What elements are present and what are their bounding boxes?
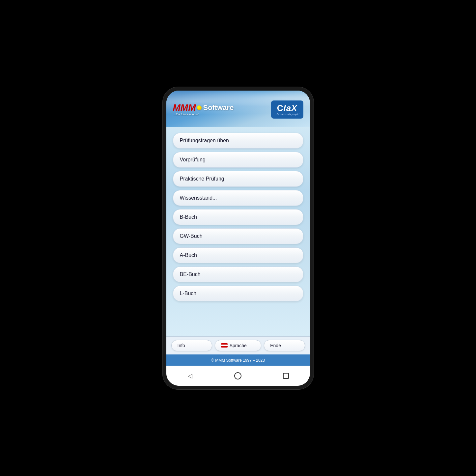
mmm-logo-main: MMM Software — [173, 103, 234, 112]
back-icon: ◁ — [188, 372, 192, 379]
app-footer: Info Sprache Ende — [166, 336, 310, 354]
clax-brand-text: ClaX — [277, 104, 297, 112]
mmm-tagline: ...the future is now! — [174, 113, 199, 116]
recents-button[interactable] — [279, 369, 293, 382]
menu-item-be-buch[interactable]: BE-Buch — [173, 266, 303, 282]
sprache-button[interactable]: Sprache — [215, 340, 262, 351]
austria-flag-icon — [221, 343, 228, 348]
menu-content: Prüfungsfragen übenVorprüfungPraktische … — [166, 127, 310, 336]
copyright-bar: © MMM Software 1997 – 2023 — [166, 354, 310, 366]
copyright-text: © MMM Software 1997 – 2023 — [211, 358, 265, 363]
mmm-brand-text: MMM — [173, 103, 196, 112]
app-header: MMM Software ...the future is now! ClaX … — [166, 91, 310, 127]
phone-frame: MMM Software ...the future is now! ClaX … — [162, 87, 314, 390]
software-brand-text: Software — [203, 103, 234, 112]
menu-item-b-buch[interactable]: B-Buch — [173, 209, 303, 225]
android-nav-bar: ◁ — [166, 366, 310, 386]
clax-logo: ClaX ...for successful people! — [271, 100, 303, 119]
menu-item-gw-buch[interactable]: GW-Buch — [173, 228, 303, 244]
ende-button[interactable]: Ende — [264, 340, 305, 351]
menu-item-a-buch[interactable]: A-Buch — [173, 247, 303, 263]
home-button[interactable] — [231, 369, 244, 382]
menu-item-l-buch[interactable]: L-Buch — [173, 286, 303, 301]
mmm-logo: MMM Software ...the future is now! — [173, 103, 234, 116]
clax-tagline: ...for successful people! — [275, 113, 299, 115]
menu-item-vorpruefung[interactable]: Vorprüfung — [173, 152, 303, 168]
mmm-dot-icon — [197, 105, 202, 110]
menu-item-praktische[interactable]: Praktische Prüfung — [173, 171, 303, 187]
info-button[interactable]: Info — [171, 340, 212, 351]
recents-icon — [283, 373, 289, 379]
menu-item-wissensstand[interactable]: Wissensstand... — [173, 190, 303, 206]
phone-screen: MMM Software ...the future is now! ClaX … — [166, 91, 310, 386]
home-icon — [234, 372, 241, 379]
back-button[interactable]: ◁ — [183, 369, 197, 382]
menu-item-pruefungsfragen[interactable]: Prüfungsfragen üben — [173, 133, 303, 149]
